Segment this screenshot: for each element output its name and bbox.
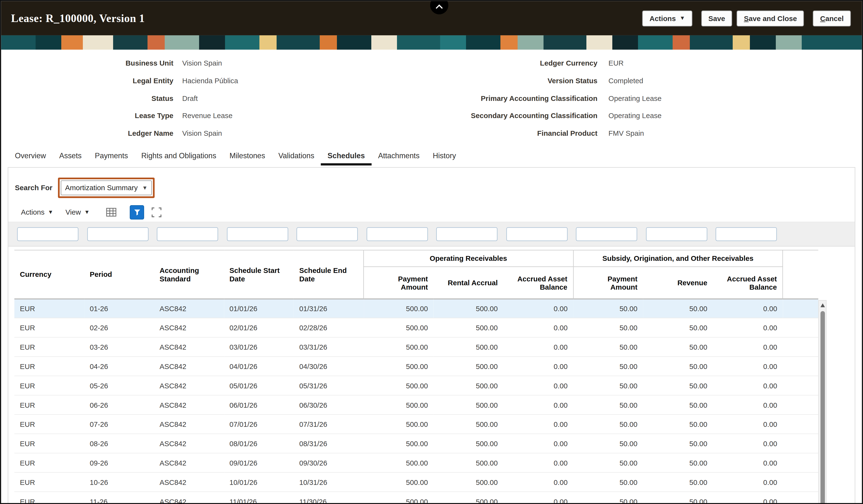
chevron-down-icon: ▼ [142, 185, 148, 191]
query-by-example-filter-icon[interactable] [130, 205, 145, 219]
filter-input-col-1[interactable] [17, 228, 78, 241]
collapse-header-control[interactable] [430, 0, 448, 14]
table-cell: ASC842 [154, 318, 224, 337]
table-actions-menu[interactable]: Actions ▼ [21, 208, 53, 216]
tab-milestones[interactable]: Milestones [223, 147, 272, 166]
filter-input-col-7[interactable] [436, 228, 498, 241]
table-cell: 50.00 [643, 318, 713, 337]
tab-overview[interactable]: Overview [8, 147, 52, 166]
actions-button[interactable]: Actions ▼ [642, 10, 692, 26]
column-header-schedule-end-date[interactable]: Schedule End Date [294, 250, 364, 299]
table-row[interactable]: EUR04-26ASC84204/01/2604/30/26500.00500.… [14, 357, 818, 376]
tab-schedules[interactable]: Schedules [321, 147, 372, 166]
summary-value-legal-entity: Hacienda Pública [173, 77, 382, 85]
table-cell: 500.00 [433, 376, 503, 396]
table-cell: 0.00 [713, 453, 783, 473]
table-cell: 07/01/26 [224, 415, 293, 434]
filter-input-col-9[interactable] [576, 228, 637, 241]
chevron-up-icon [436, 4, 443, 11]
column-header-accrued-asset-balance-subsidy[interactable]: Accrued Asset Balance [713, 267, 783, 299]
search-for-select[interactable]: Amortization Summary ▼ [61, 181, 152, 195]
table-row[interactable]: EUR03-26ASC84203/01/2603/31/26500.00500.… [14, 337, 818, 357]
search-for-label: Search For [15, 184, 52, 192]
summary-value-secondary-accounting-classification: Operating Lease [598, 112, 862, 120]
filter-input-col-4[interactable] [227, 228, 288, 241]
tab-attachments[interactable]: Attachments [372, 147, 426, 166]
table-cell: ASC842 [154, 376, 224, 396]
table-cell: 0.00 [713, 492, 783, 504]
tab-validations[interactable]: Validations [272, 147, 321, 166]
column-header-payment-amount-subsidy[interactable]: Payment Amount [573, 267, 643, 299]
table-cell-filler [783, 434, 818, 453]
export-grid-icon[interactable] [106, 207, 117, 218]
column-header-revenue[interactable]: Revenue [643, 267, 713, 299]
column-header-accrued-asset-balance-operating[interactable]: Accrued Asset Balance [503, 267, 573, 299]
table-cell: 0.00 [713, 415, 783, 434]
table-cell: EUR [14, 299, 84, 318]
filter-input-col-8[interactable] [506, 228, 567, 241]
tab-payments[interactable]: Payments [88, 147, 135, 166]
table-cell: 50.00 [643, 337, 713, 357]
table-row[interactable]: EUR05-26ASC84205/01/2605/31/26500.00500.… [14, 376, 818, 396]
filter-input-col-11[interactable] [715, 228, 777, 241]
table-cell: 50.00 [643, 473, 713, 492]
table-cell: 04/30/26 [294, 357, 364, 376]
table-cell: 50.00 [643, 299, 713, 318]
table-row[interactable]: EUR01-26ASC84201/01/2601/31/26500.00500.… [14, 299, 818, 318]
table-cell: 50.00 [643, 434, 713, 453]
column-header-rental-accrual[interactable]: Rental Accrual [433, 267, 503, 299]
chevron-down-icon: ▼ [680, 15, 685, 21]
table-row[interactable]: EUR08-26ASC84208/01/2608/31/26500.00500.… [14, 434, 818, 453]
filter-input-col-5[interactable] [297, 228, 358, 241]
cancel-button[interactable]: Cancel [813, 10, 851, 26]
table-cell: 500.00 [433, 453, 503, 473]
scrollbar-thumb[interactable] [820, 311, 825, 504]
table-cell: EUR [14, 395, 84, 415]
table-cell: 03/01/26 [224, 337, 293, 357]
actions-button-label: Actions [649, 14, 676, 22]
table-view-menu[interactable]: View ▼ [65, 208, 90, 216]
table-cell: 500.00 [433, 357, 503, 376]
filter-input-col-3[interactable] [157, 228, 218, 241]
table-row[interactable]: EUR06-26ASC84206/01/2606/30/26500.00500.… [14, 395, 818, 415]
save-button-label: Save [708, 14, 725, 22]
table-row[interactable]: EUR07-26ASC84207/01/2607/31/26500.00500.… [14, 415, 818, 434]
tab-rights-and-obligations[interactable]: Rights and Obligations [135, 147, 223, 166]
table-cell: ASC842 [154, 357, 224, 376]
table-row[interactable]: EUR02-26ASC84202/01/2602/28/26500.00500.… [14, 318, 818, 337]
filter-input-col-6[interactable] [366, 228, 428, 241]
summary-value-ledger-name: Vision Spain [173, 129, 382, 138]
table-row[interactable]: EUR10-26ASC84210/01/2610/31/26500.00500.… [14, 473, 818, 492]
detach-icon[interactable] [151, 207, 163, 218]
table-row[interactable]: EUR11-26ASC84211/01/2611/30/26500.00500.… [14, 492, 818, 504]
table-cell: 11/01/26 [224, 492, 293, 504]
table-cell: 0.00 [713, 395, 783, 415]
scrollbar-up-arrow-icon[interactable] [819, 301, 826, 309]
column-header-currency[interactable]: Currency [14, 250, 84, 299]
table-cell: 06/30/26 [294, 395, 364, 415]
table-cell: 500.00 [364, 318, 433, 337]
table-cell-filler [783, 318, 818, 337]
summary-label-primary-accounting-classification: Primary Accounting Classification [382, 94, 597, 102]
save-and-close-button[interactable]: Save and Close [737, 10, 804, 26]
table-cell-filler [783, 337, 818, 357]
tab-history[interactable]: History [426, 147, 462, 166]
table-cell: 01/01/26 [224, 299, 293, 318]
table-cell: 0.00 [713, 434, 783, 453]
table-cell: 05/01/26 [224, 376, 293, 396]
column-header-payment-amount-operating[interactable]: Payment Amount [364, 267, 433, 299]
table-cell: ASC842 [154, 453, 224, 473]
table-cell: 07/31/26 [294, 415, 364, 434]
filter-input-col-2[interactable] [87, 228, 148, 241]
table-row[interactable]: EUR09-26ASC84209/01/2609/30/26500.00500.… [14, 453, 818, 473]
group-header-operating-receivables: Operating Receivables [364, 250, 573, 267]
save-button[interactable]: Save [701, 10, 733, 26]
column-header-schedule-start-date[interactable]: Schedule Start Date [224, 250, 293, 299]
tab-assets[interactable]: Assets [52, 147, 88, 166]
table-cell: 09/01/26 [224, 453, 293, 473]
filter-input-col-10[interactable] [646, 228, 707, 241]
summary-value-status: Draft [173, 94, 382, 102]
column-header-period[interactable]: Period [84, 250, 154, 299]
column-header-accounting-standard[interactable]: Accounting Standard [154, 250, 224, 299]
vertical-scrollbar[interactable] [818, 300, 826, 504]
